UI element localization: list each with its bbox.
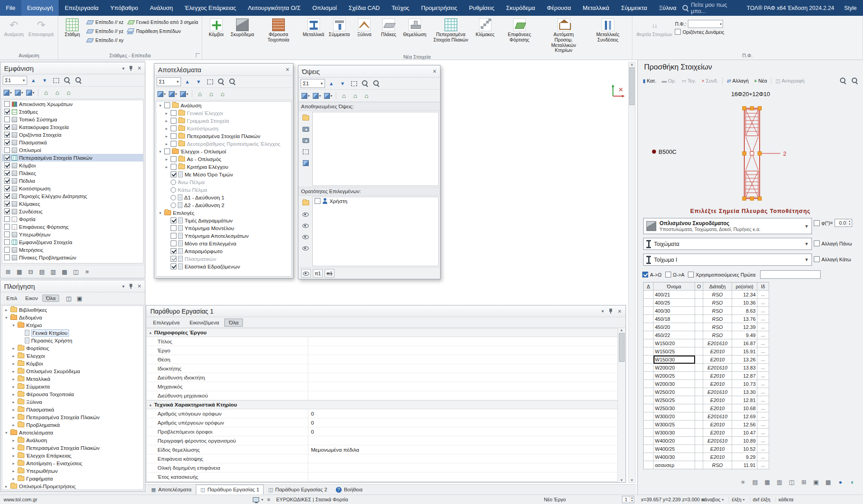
expander-icon[interactable]: ▾ — [158, 103, 162, 108]
results-level-up-icon[interactable]: ▲ — [182, 77, 192, 86]
property-value[interactable] — [308, 382, 617, 391]
ribbon-button-Πεπερασμένα Στοιχεία Πλακών[interactable]: Πεπερασμένα Στοιχεία Πλακών — [429, 17, 473, 43]
edit-section-button[interactable]: ... — [757, 315, 769, 323]
results-item-Γενικοί Έλεγχοι[interactable]: ▸Γενικοί Έλεγχοι — [156, 109, 291, 117]
table-row[interactable]: W250/20E20161013.30... — [644, 388, 769, 396]
table-row[interactable]: W300/25E201012.56... — [644, 421, 769, 429]
display-item-Πεπερασμένα Στοιχεία Πλακών[interactable]: Πεπερασμένα Στοιχεία Πλακών — [2, 154, 143, 162]
views-home-view-icon[interactable]: ⌂ — [350, 91, 360, 100]
level-button[interactable]: Στάθμη — [60, 17, 84, 38]
redo-button[interactable]: ↷ Επαναφορά — [27, 17, 56, 38]
style-menu[interactable]: Style — [844, 5, 857, 11]
checkbox[interactable] — [4, 216, 10, 222]
edit-section-button[interactable]: ... — [757, 347, 769, 356]
results-view-cube-icon[interactable]: ▾ — [168, 89, 178, 98]
checkbox[interactable] — [171, 217, 176, 223]
checkbox[interactable] — [4, 201, 10, 207]
display-item-Πλασματικά[interactable]: Πλασματικά — [2, 139, 143, 146]
menu-Μεταλλικά[interactable]: Μεταλλικά — [577, 0, 615, 16]
display-item-Κατακόρυφα Στοιχεία[interactable]: Κατακόρυφα Στοιχεία — [2, 123, 143, 131]
property-grid-scrollbar[interactable]: ▲ ▼ — [617, 328, 625, 482]
website-link[interactable]: www.tol.com.gr — [4, 495, 37, 504]
expander-icon[interactable]: ▾ — [4, 430, 9, 435]
link-view-icon[interactable] — [301, 147, 311, 156]
expander-icon[interactable]: ▸ — [11, 476, 16, 481]
cell-name[interactable]: 400/30 — [654, 307, 695, 315]
cell-name[interactable]: 400/21 — [654, 291, 695, 299]
checkbox[interactable] — [4, 162, 10, 168]
ribbon-button-Σύμμεικτα[interactable]: Σύμμεικτα — [327, 17, 352, 38]
expander-icon[interactable]: ▸ — [11, 361, 16, 366]
close-icon[interactable]: × — [286, 67, 289, 72]
pin-icon[interactable] — [129, 283, 134, 289]
results-view-cube-icon[interactable]: ▾ — [157, 89, 167, 98]
table-row[interactable]: W150/25E201015.91... — [644, 347, 769, 356]
nav-item-Αποτίμηση - Ενισχύσεις[interactable]: ▸Αποτίμηση - Ενισχύσεις — [2, 459, 143, 467]
menu-Επεξεργασία[interactable]: Επεξεργασία — [59, 0, 104, 16]
collapse-icon[interactable]: ▴ — [149, 330, 152, 335]
nav-item-Οπλισμοί-Προμετρήσεις[interactable]: ▸Οπλισμοί-Προμετρήσεις — [2, 482, 143, 490]
column-header-ρο(ο/οο)[interactable]: ρο(ο/οο) — [732, 282, 757, 291]
menu-Σχέδια CAD[interactable]: Σχέδια CAD — [343, 0, 385, 16]
cell-name[interactable]: W300/25 — [654, 421, 695, 429]
cell-name[interactable]: 400/25 — [654, 299, 695, 307]
camera-add-icon[interactable] — [301, 125, 311, 134]
checkbox[interactable] — [4, 147, 10, 153]
property-value[interactable] — [308, 355, 617, 364]
canvas-scrollbar[interactable]: ▲ ▼ — [628, 62, 636, 483]
edit-section-button[interactable]: ... — [757, 323, 769, 331]
property-row-Τίτλος[interactable]: Τίτλος — [147, 337, 617, 346]
results-item-Αs - Οπλισμός[interactable]: ▸Αs - Οπλισμός — [156, 155, 291, 163]
edit-section-button[interactable]: ... — [757, 429, 769, 437]
expander-icon[interactable]: ▸ — [164, 119, 169, 123]
radio-button[interactable] — [171, 180, 176, 185]
results-home-view-icon[interactable]: ⌂ — [195, 89, 205, 98]
expander-icon[interactable]: ▾ — [158, 211, 162, 215]
edit-section-button[interactable]: ... — [757, 380, 769, 388]
menu-Σκυρόδεμα[interactable]: Σκυρόδεμα — [500, 0, 541, 16]
checkbox[interactable] — [4, 239, 10, 245]
nav-item-Γενικά Κτηρίου[interactable]: Γενικά Κτηρίου — [2, 329, 143, 337]
results-level-combo[interactable]: Σ1▾ — [157, 77, 181, 86]
results-home-view-icon[interactable]: ⌂ — [206, 89, 216, 98]
edit-section-button[interactable]: ... — [757, 356, 769, 364]
mesh-report-icon[interactable]: ▩ — [823, 477, 833, 486]
eye-icon[interactable] — [301, 232, 311, 241]
column-header-Διάταξη[interactable]: Διάταξη — [703, 282, 732, 291]
display-view-cube-icon[interactable]: ▾ — [25, 88, 35, 97]
display-item-Μετρήσεις[interactable]: Μετρήσεις — [2, 246, 143, 254]
table-row[interactable]: W200/25E201012.87... — [644, 372, 769, 380]
display-item-Οπλισμοί[interactable]: Οπλισμοί — [2, 146, 143, 154]
display-item-Στάθμες[interactable]: Στάθμες — [2, 108, 143, 116]
views-view-cube-icon[interactable]: ▾ — [301, 91, 311, 100]
results-item-Δ2 - Διεύθυνση 2[interactable]: Δ2 - Διεύθυνση 2 — [156, 201, 291, 209]
table-row[interactable]: W300/30E201010.47... — [644, 429, 769, 437]
cell-name[interactable]: W200/30 — [654, 380, 695, 388]
expander-icon[interactable]: ▸ — [11, 469, 16, 473]
checkbox[interactable] — [171, 233, 176, 239]
table-row[interactable]: 400/30RSO8.63... — [644, 307, 769, 315]
checkbox[interactable] — [171, 256, 176, 262]
cell-name[interactable]: 450/18 — [654, 315, 695, 323]
nav-item-Έλεγχοι Επάρκειας[interactable]: ▸Έλεγχοι Επάρκειας — [2, 452, 143, 459]
table-row[interactable]: 450/18RSO13.76... — [644, 315, 769, 323]
pi1-button-off[interactable]: π1 — [325, 269, 334, 277]
checkbox[interactable] — [4, 231, 10, 237]
nav-item-Κόμβοι[interactable]: ▸Κόμβοι — [2, 360, 143, 367]
phi-stepper[interactable]: 0.0 ▲▼ — [835, 219, 852, 227]
results-panel-header[interactable]: Αποτελέσματα × — [154, 64, 293, 76]
display-level-up-icon[interactable]: ▲ — [28, 76, 38, 85]
checkbox[interactable] — [688, 272, 694, 277]
checkbox[interactable] — [171, 164, 176, 170]
toolbar-button-Αντιγραφή[interactable]: ◫Αντιγραφή — [774, 77, 806, 85]
scroll-down-icon[interactable]: ▼ — [620, 478, 623, 482]
edit-section-button[interactable]: ... — [757, 461, 769, 469]
menu-Ανάλυση[interactable]: Ανάλυση — [144, 0, 179, 16]
ribbon-button-Κόμβοι[interactable]: Κόμβοι — [204, 17, 228, 38]
nav-item-Έλεγχοι[interactable]: ▸Έλεγχοι — [2, 352, 143, 360]
nav-item-Πεπερασμένα Στοιχεία Πλακών[interactable]: ▸Πεπερασμένα Στοιχεία Πλακών — [2, 413, 143, 421]
table-row[interactable]: W300/20E20161012.69... — [644, 412, 769, 421]
nav-item-Αποτελέσματα[interactable]: ▾Αποτελέσματα — [2, 429, 143, 436]
expander-icon[interactable]: ▸ — [11, 392, 16, 397]
results-item-Επιλογές[interactable]: ▾Επιλογές — [156, 209, 291, 217]
